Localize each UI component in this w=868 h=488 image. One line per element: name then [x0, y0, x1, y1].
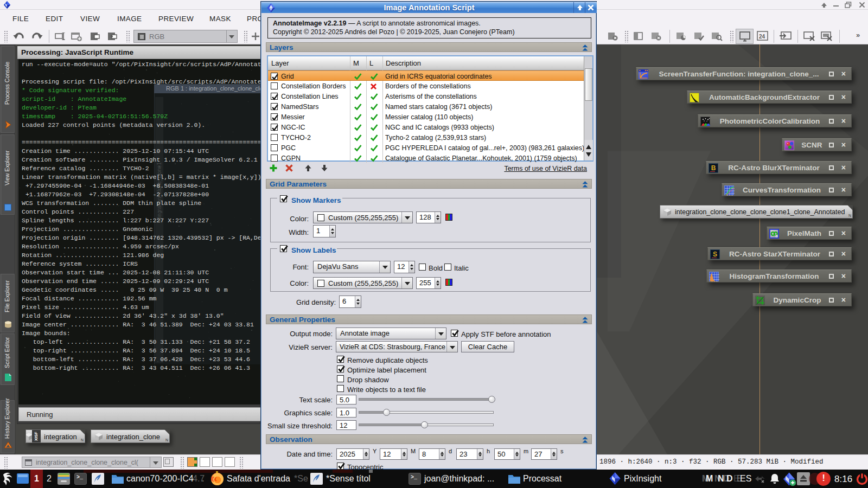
svg-text:24: 24 [759, 34, 765, 40]
